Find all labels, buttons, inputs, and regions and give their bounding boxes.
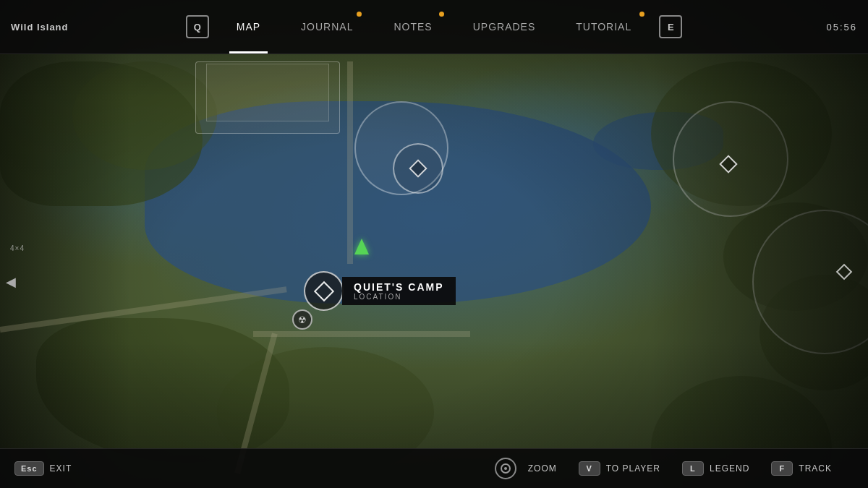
notes-dot <box>439 12 444 17</box>
tab-tutorial[interactable]: Tutorial <box>556 0 652 53</box>
player-marker <box>354 239 369 254</box>
tooltip-box: QUIET'S CAMP LOCATION <box>342 277 456 305</box>
track-label: Track <box>799 463 832 474</box>
location-tooltip[interactable]: QUIET'S CAMP LOCATION <box>304 271 456 311</box>
exit-label: Exit <box>50 463 72 474</box>
svg-point-1 <box>504 467 507 470</box>
marker-right-top[interactable] <box>722 158 735 171</box>
tutorial-dot <box>639 12 644 17</box>
sidebar-left-arrow[interactable]: ◀ <box>6 274 16 290</box>
legend-label: Legend <box>710 463 749 474</box>
location-name: QUIET'S CAMP <box>354 281 444 293</box>
tooltip-diamond <box>313 281 333 301</box>
to-player-label: To player <box>606 463 660 474</box>
map-background[interactable]: QUIET'S CAMP LOCATION ☢ 4×4 <box>0 0 868 488</box>
tab-journal[interactable]: Journal <box>281 0 373 53</box>
location-name-header: Wild Island <box>11 22 69 33</box>
road-horizontal <box>253 331 470 337</box>
structure-inner <box>206 64 329 121</box>
journal-dot <box>357 12 362 17</box>
nav-key-right[interactable]: E <box>659 15 682 38</box>
nav-tabs: Q Map Journal Notes Upgrades Tutorial E <box>179 0 690 53</box>
zoom-label: Zoom <box>528 463 557 474</box>
to-player-btn[interactable]: V To player <box>579 461 660 476</box>
vehicle-label: 4×4 <box>10 244 25 252</box>
clock: 05:56 <box>826 22 857 33</box>
l-key: L <box>682 461 704 476</box>
zoom-svg <box>500 463 511 474</box>
esc-key: Esc <box>14 461 44 476</box>
tooltip-marker-icon <box>304 271 344 311</box>
tab-map[interactable]: Map <box>216 0 281 53</box>
f-key: F <box>771 461 793 476</box>
tab-upgrades[interactable]: Upgrades <box>453 0 556 53</box>
marker-center[interactable] <box>393 143 443 194</box>
track-btn[interactable]: F Track <box>771 461 832 476</box>
hazard-marker[interactable]: ☢ <box>292 309 312 330</box>
zoom-icon <box>495 458 516 479</box>
v-key: V <box>579 461 600 476</box>
player-arrow-icon <box>354 239 369 254</box>
nav-key-left[interactable]: Q <box>186 15 209 38</box>
zoom-btn[interactable]: Zoom <box>495 458 557 479</box>
location-sub: LOCATION <box>354 293 444 301</box>
top-bar: Wild Island Q Map Journal Notes Upgrades… <box>0 0 868 54</box>
road-vertical <box>347 61 353 264</box>
legend-btn[interactable]: L Legend <box>682 461 749 476</box>
exit-btn[interactable]: Esc Exit <box>14 461 72 476</box>
bottom-bar: Esc Exit Zoom V To player L Legend F Tra… <box>0 448 868 488</box>
tab-notes[interactable]: Notes <box>373 0 452 53</box>
